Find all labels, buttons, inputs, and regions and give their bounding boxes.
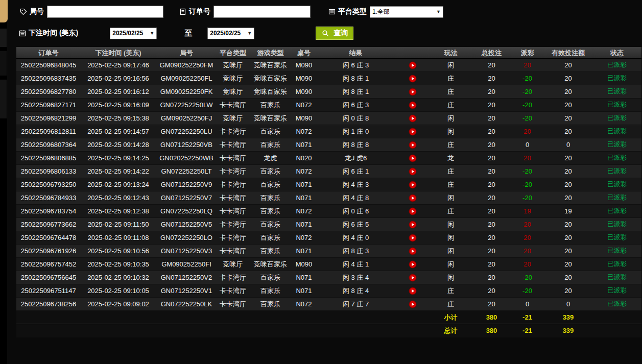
cell-result: 闲 1 庄 0 <box>316 125 396 138</box>
cell-game_type: 竞咪百家乐 <box>249 72 292 85</box>
calendar-icon <box>18 29 27 37</box>
main-content: 局号 订单号 平台类型 1.全部 ▼ <box>7 0 642 364</box>
cell-payout: -20 <box>511 99 544 112</box>
cell-method: 闲 <box>429 245 472 258</box>
cell-game_type: 百家乐 <box>249 218 292 231</box>
cell-table_no: N072 <box>292 298 316 311</box>
play-video-icon[interactable] <box>409 287 417 295</box>
table-row: 2502250968374352025-02-25 09:16:56GM0902… <box>16 72 641 85</box>
cell-order_no: 250225096806885 <box>16 152 81 165</box>
cell-total_bet: 20 <box>472 165 511 178</box>
order-no-input[interactable] <box>213 6 311 18</box>
summary-status-blank <box>592 324 641 337</box>
play-video-icon[interactable] <box>409 221 417 229</box>
filter-row-2: 下注时间 (美东) 2025/02/25 ▼ 至 2025/02/25 ▼ 查询 <box>16 26 642 41</box>
date-from-select[interactable]: 2025/02/25 ▼ <box>110 28 157 39</box>
cell-total_bet: 20 <box>472 152 511 165</box>
cell-result: 闲 8 庄 1 <box>316 72 396 85</box>
play-video-icon[interactable] <box>409 234 417 242</box>
cell-platform: 竞咪厅 <box>217 85 249 99</box>
play-video-icon[interactable] <box>409 247 417 255</box>
play-video-icon[interactable] <box>409 207 417 215</box>
cell-round_no: GN072252250LO <box>156 231 217 245</box>
play-video-icon[interactable] <box>409 181 417 189</box>
cell-game_type: 百家乐 <box>249 138 292 152</box>
cell-status: 已派彩 <box>592 165 641 178</box>
cell-status: 已派彩 <box>592 258 641 271</box>
cell-game_type: 竞咪百家乐 <box>249 258 292 271</box>
date-to-select[interactable]: 2025/02/25 ▼ <box>207 28 254 39</box>
cell-table_no: M090 <box>292 59 316 72</box>
play-video-icon[interactable] <box>409 300 417 308</box>
cell-status: 已派彩 <box>592 245 641 258</box>
cell-status: 已派彩 <box>592 138 641 152</box>
cell-platform: 竞咪厅 <box>217 59 249 72</box>
cell-result: 闲 6 庄 5 <box>316 218 396 231</box>
cell-valid_bet: 20 <box>544 258 592 271</box>
cell-status: 已派彩 <box>592 298 641 311</box>
cell-total_bet: 20 <box>472 218 511 231</box>
cell-play <box>396 138 429 152</box>
cell-total_bet: 20 <box>472 99 511 112</box>
table-row: 2502250968277802025-02-25 09:16:12GM0902… <box>16 85 641 99</box>
cell-valid_bet: 20 <box>544 284 592 298</box>
round-no-input[interactable] <box>47 6 163 18</box>
cell-play <box>396 284 429 298</box>
play-video-icon[interactable] <box>409 88 417 96</box>
cell-bet_time: 2025-02-25 09:12:43 <box>81 191 156 205</box>
cell-payout: -20 <box>511 72 544 85</box>
query-button[interactable]: 查询 <box>316 27 353 40</box>
play-video-icon[interactable] <box>409 61 417 69</box>
cell-method: 庄 <box>429 178 472 191</box>
cell-platform: 卡卡湾厅 <box>217 165 249 178</box>
cell-method: 闲 <box>429 231 472 245</box>
cell-valid_bet: 20 <box>544 152 592 165</box>
cell-payout: -20 <box>511 85 544 99</box>
summary-valid-bet: 339 <box>544 324 592 337</box>
bet-time-label: 下注时间 (美东) <box>29 29 78 38</box>
cell-method: 庄 <box>429 85 472 99</box>
play-video-icon[interactable] <box>409 128 417 136</box>
cell-bet_time: 2025-02-25 09:13:24 <box>81 178 156 191</box>
cell-bet_time: 2025-02-25 09:15:38 <box>81 112 156 125</box>
cell-order_no: 250225096848045 <box>16 59 81 72</box>
play-video-icon[interactable] <box>409 154 417 162</box>
round-no-filter: 局号 <box>19 6 163 18</box>
play-video-icon[interactable] <box>409 194 417 202</box>
cell-game_type: 百家乐 <box>249 191 292 205</box>
cell-game_type: 百家乐 <box>249 245 292 258</box>
cell-play <box>396 205 429 218</box>
play-video-icon[interactable] <box>409 260 417 269</box>
cell-game_type: 竞咪百家乐 <box>249 59 292 72</box>
cell-bet_time: 2025-02-25 09:10:32 <box>81 271 156 284</box>
cell-total_bet: 20 <box>472 178 511 191</box>
cell-valid_bet: 20 <box>544 112 592 125</box>
cell-order_no: 250225096764478 <box>16 231 81 245</box>
cell-result: 闲 8 庄 4 <box>316 284 396 298</box>
col-header-method: 玩法 <box>429 47 472 59</box>
cell-round_no: GN071252250V3 <box>156 245 217 258</box>
col-header-game_type: 游戏类型 <box>249 47 292 59</box>
play-video-icon[interactable] <box>409 141 417 149</box>
cell-method: 庄 <box>429 165 472 178</box>
cell-bet_time: 2025-02-25 09:14:28 <box>81 138 156 152</box>
play-video-icon[interactable] <box>409 101 417 109</box>
cell-platform: 卡卡湾厅 <box>217 245 249 258</box>
play-video-icon[interactable] <box>409 274 417 282</box>
cell-bet_time: 2025-02-25 09:10:56 <box>81 245 156 258</box>
col-header-platform: 平台类型 <box>217 47 249 59</box>
cell-status: 已派彩 <box>592 152 641 165</box>
platform-type-select[interactable]: 1.全部 ▼ <box>370 6 443 18</box>
cell-method: 庄 <box>429 138 472 152</box>
cell-bet_time: 2025-02-25 09:10:05 <box>81 284 156 298</box>
play-video-icon[interactable] <box>409 167 417 176</box>
cell-payout: 20 <box>511 231 544 245</box>
cell-round_no: GM090252250FM <box>156 59 217 72</box>
play-video-icon[interactable] <box>409 75 417 83</box>
cell-payout: 20 <box>511 152 544 165</box>
sidebar-collapse-tab[interactable] <box>0 0 8 22</box>
table-row: 2502250968073642025-02-25 09:14:28GN0712… <box>16 138 641 152</box>
play-video-icon[interactable] <box>409 114 417 123</box>
table-row: 2502250968212992025-02-25 09:15:38GM0902… <box>16 112 641 125</box>
bet-time-filter: 下注时间 (美东) <box>18 29 78 38</box>
